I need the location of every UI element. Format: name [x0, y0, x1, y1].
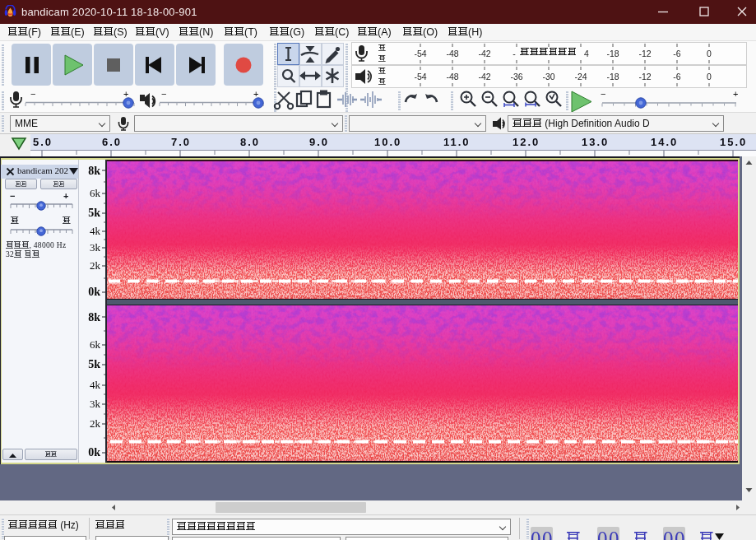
svg-text:0k: 0k	[88, 286, 100, 298]
svg-text:+: +	[253, 89, 258, 99]
svg-text:8k: 8k	[88, 165, 100, 177]
svg-text:5k: 5k	[88, 358, 100, 370]
svg-text:−: −	[601, 89, 605, 99]
svg-text:-48: -48	[446, 49, 458, 58]
svg-text:2k: 2k	[90, 259, 101, 272]
svg-text:8k: 8k	[88, 311, 100, 324]
svg-text:-6: -6	[673, 49, 680, 58]
svg-text:3k: 3k	[90, 241, 101, 254]
svg-text:−: −	[10, 191, 15, 201]
svg-text:3k: 3k	[90, 398, 101, 410]
svg-text:-18: -18	[606, 72, 619, 81]
svg-text:+: +	[123, 89, 128, 99]
svg-text:-6: -6	[673, 72, 680, 81]
svg-text:2k: 2k	[90, 417, 101, 430]
svg-text:-24: -24	[574, 72, 587, 81]
svg-text:6k: 6k	[90, 187, 101, 199]
svg-text:-18: -18	[606, 49, 619, 58]
svg-text:−: −	[30, 89, 35, 99]
svg-text:6k: 6k	[90, 338, 101, 351]
svg-text:−: −	[161, 89, 166, 99]
svg-text:-: -	[513, 49, 516, 58]
svg-text:4k: 4k	[90, 225, 101, 237]
svg-text:0: 0	[707, 72, 712, 81]
svg-text:4k: 4k	[90, 379, 101, 391]
svg-text:-12: -12	[638, 72, 651, 81]
svg-text:4: 4	[584, 49, 589, 58]
svg-text:5k: 5k	[88, 207, 100, 219]
svg-text:-54: -54	[414, 49, 426, 58]
svg-text:-42: -42	[478, 72, 490, 81]
svg-text:+: +	[63, 191, 68, 201]
svg-text:+: +	[733, 89, 738, 99]
svg-text:-30: -30	[542, 72, 554, 81]
svg-text:-12: -12	[638, 49, 651, 58]
svg-text:-54: -54	[414, 72, 426, 81]
svg-text:-36: -36	[510, 72, 522, 81]
svg-text:0k: 0k	[88, 446, 100, 459]
svg-text:-42: -42	[478, 49, 490, 58]
svg-text:0: 0	[707, 49, 712, 58]
svg-text:-48: -48	[446, 72, 458, 81]
